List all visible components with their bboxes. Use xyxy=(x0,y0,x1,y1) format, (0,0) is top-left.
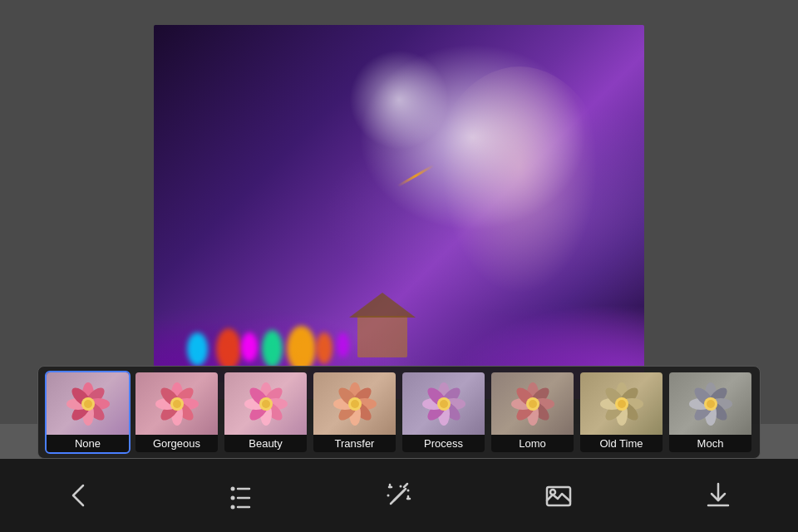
svg-line-88 xyxy=(404,484,407,487)
svg-point-81 xyxy=(231,496,235,500)
filter-item-lomo[interactable]: Lomo xyxy=(490,371,575,454)
svg-point-19 xyxy=(173,400,181,408)
filter-item-none[interactable]: None xyxy=(45,371,131,454)
svg-point-39 xyxy=(351,400,359,408)
filter-label-transfer: Transfer xyxy=(313,435,396,452)
filter-label-gorgeous: Gorgeous xyxy=(135,435,218,452)
svg-point-49 xyxy=(440,400,448,408)
filter-label-lomo: Lomo xyxy=(491,435,574,452)
svg-line-87 xyxy=(394,489,406,500)
filter-item-moch[interactable]: Moch xyxy=(667,371,753,454)
filter-label-oldtime: Old Time xyxy=(580,435,663,452)
svg-point-94 xyxy=(407,490,410,492)
back-button[interactable] xyxy=(55,470,105,520)
filter-item-transfer[interactable]: Transfer xyxy=(312,371,397,454)
gallery-button[interactable] xyxy=(534,470,584,520)
filter-label-beauty: Beauty xyxy=(224,435,307,452)
filter-strip: None Gorgeous xyxy=(37,366,761,459)
bottom-toolbar xyxy=(0,459,798,532)
filter-label-process: Process xyxy=(402,435,485,452)
svg-point-29 xyxy=(262,400,270,408)
download-button[interactable] xyxy=(693,470,743,520)
svg-point-93 xyxy=(400,485,402,488)
svg-point-79 xyxy=(707,400,715,408)
menu-button[interactable] xyxy=(214,470,264,520)
svg-point-82 xyxy=(231,505,235,510)
filter-item-oldtime[interactable]: Old Time xyxy=(579,371,664,454)
svg-point-59 xyxy=(529,400,537,408)
svg-point-97 xyxy=(550,490,555,495)
svg-point-80 xyxy=(231,487,235,491)
svg-point-9 xyxy=(84,400,92,408)
svg-point-95 xyxy=(387,495,390,497)
filter-item-beauty[interactable]: Beauty xyxy=(223,371,308,454)
filter-label-none: None xyxy=(47,435,129,452)
filter-item-process[interactable]: Process xyxy=(401,371,486,454)
filter-item-gorgeous[interactable]: Gorgeous xyxy=(134,371,219,454)
photo-canvas xyxy=(154,25,644,399)
magic-button[interactable] xyxy=(374,470,424,520)
main-image-area xyxy=(0,0,798,424)
svg-point-69 xyxy=(618,400,626,408)
filter-label-moch: Moch xyxy=(669,435,751,452)
